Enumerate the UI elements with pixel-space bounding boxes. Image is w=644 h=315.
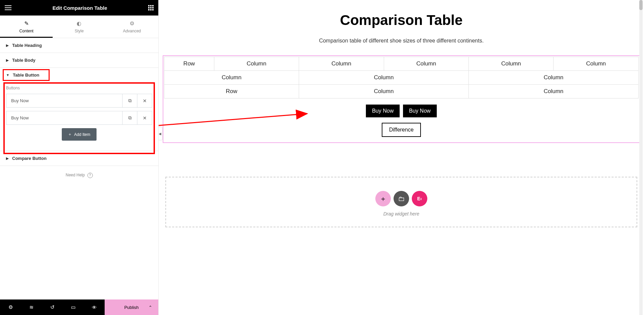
section-table-button[interactable]: ▼ Table Button (0, 68, 158, 82)
settings-icon[interactable]: ⚙ (0, 304, 21, 310)
repeater-item[interactable]: Buy Now ⧉ ✕ (6, 94, 152, 108)
tab-advanced[interactable]: ⚙ Advanced (106, 16, 158, 38)
table-cell: Column (164, 71, 299, 85)
page-subtitle: Comparison table of different shoe sizes… (159, 38, 644, 44)
template-folder-icon[interactable]: 🗀 (394, 191, 409, 206)
table-cell: Column (299, 57, 384, 71)
table-cell: Row (164, 85, 299, 98)
section-compare-button-label: Compare Button (12, 156, 47, 161)
tab-advanced-label: Advanced (123, 29, 141, 33)
comparison-table-widget[interactable]: Row Column Column Column Column Column C… (163, 55, 640, 143)
chevron-up-icon: ⌃ (149, 305, 152, 310)
widgets-grid-icon[interactable] (148, 5, 154, 10)
buy-now-button[interactable]: Buy Now (403, 105, 437, 117)
history-icon[interactable]: ↺ (42, 304, 63, 310)
buy-now-button[interactable]: Buy Now (366, 105, 400, 117)
menu-icon[interactable] (5, 5, 11, 10)
preview-icon[interactable]: 👁 (84, 305, 105, 310)
caret-right-icon: ▶ (6, 156, 9, 160)
repeater-item-label: Buy Now (6, 94, 122, 107)
drop-zone-actions: ＋ 🗀 E‹ (166, 191, 637, 206)
table-row: Row Column Column Column Column Column (164, 57, 639, 71)
table-cell: Column (299, 71, 469, 85)
table-row: Row Column Column (164, 85, 639, 98)
publish-label: Publish (124, 305, 139, 310)
scrollbar[interactable] (639, 0, 643, 315)
table-cell: Column (469, 71, 639, 85)
revisions-icon[interactable]: ≋ (21, 304, 42, 310)
section-compare-button[interactable]: ▶ Compare Button (0, 151, 158, 166)
publish-button[interactable]: Publish ⌃ (105, 299, 158, 315)
drop-zone-text: Drag widget here (166, 211, 637, 217)
close-icon[interactable]: ✕ (137, 94, 152, 107)
responsive-icon[interactable]: ▭ (63, 304, 84, 310)
duplicate-icon[interactable]: ⧉ (122, 111, 137, 124)
section-table-heading[interactable]: ▶ Table Heading (0, 38, 158, 53)
tab-content-label: Content (19, 29, 33, 33)
table-cell: Column (299, 85, 469, 98)
tab-content[interactable]: ✎ Content (0, 16, 53, 38)
table-row: Column Column Column (164, 71, 639, 85)
repeater-item-label: Buy Now (6, 111, 122, 124)
caret-down-icon: ▼ (6, 73, 9, 77)
editor-sidebar: Edit Comparison Table ✎ Content ◐ Style … (0, 0, 159, 315)
sidebar-topbar: Edit Comparison Table (0, 0, 158, 16)
need-help[interactable]: Need Help ? (0, 166, 158, 185)
comparison-table: Row Column Column Column Column Column C… (164, 57, 639, 98)
collapse-sidebar-handle[interactable]: ◀ (159, 127, 163, 140)
contrast-icon: ◐ (53, 20, 105, 27)
sidebar-title: Edit Comparison Table (11, 5, 148, 11)
section-table-body[interactable]: ▶ Table Body (0, 53, 158, 67)
section-table-button-body: Buttons Buy Now ⧉ ✕ Buy Now ⧉ ✕ ＋ Add It… (0, 82, 158, 151)
help-icon: ? (87, 173, 93, 178)
table-cell: Row (164, 57, 214, 71)
panel-body: ▶ Table Heading ▶ Table Body ▼ Table But… (0, 38, 158, 299)
repeater-item[interactable]: Buy Now ⧉ ✕ (6, 111, 152, 125)
section-table-body-label: Table Body (12, 58, 35, 63)
difference-button[interactable]: Difference (382, 123, 421, 137)
difference-row: Difference (164, 121, 639, 142)
table-cell: Column (469, 57, 554, 71)
buy-button-row: Buy Now Buy Now (164, 98, 639, 121)
pencil-icon: ✎ (0, 20, 53, 27)
editor-canvas[interactable]: ◀ Comparison Table Comparison table of d… (159, 0, 644, 315)
buttons-field-label: Buttons (6, 86, 152, 90)
scrollbar-thumb[interactable] (639, 0, 643, 10)
sidebar-bottombar: ⚙ ≋ ↺ ▭ 👁 Publish ⌃ (0, 299, 158, 315)
panel-tabs: ✎ Content ◐ Style ⚙ Advanced (0, 16, 158, 38)
section-table-heading-label: Table Heading (12, 43, 42, 48)
close-icon[interactable]: ✕ (137, 111, 152, 124)
drop-zone[interactable]: ＋ 🗀 E‹ Drag widget here (165, 177, 637, 227)
add-item-label: Add Item (74, 132, 90, 137)
need-help-label: Need Help (65, 173, 85, 177)
table-cell: Column (469, 85, 639, 98)
tab-style-label: Style (75, 29, 84, 33)
tab-style[interactable]: ◐ Style (53, 16, 105, 38)
caret-right-icon: ▶ (6, 58, 9, 62)
plus-icon: ＋ (68, 132, 72, 137)
table-cell: Column (384, 57, 468, 71)
section-table-button-label: Table Button (13, 73, 39, 78)
ek-kit-icon[interactable]: E‹ (412, 191, 427, 206)
caret-right-icon: ▶ (6, 44, 9, 47)
gear-icon: ⚙ (106, 20, 158, 27)
add-item-button[interactable]: ＋ Add Item (62, 128, 96, 141)
duplicate-icon[interactable]: ⧉ (122, 94, 137, 107)
add-section-icon[interactable]: ＋ (375, 191, 391, 206)
page-title: Comparison Table (159, 12, 644, 28)
table-cell: Column (554, 57, 639, 71)
table-cell: Column (214, 57, 299, 71)
